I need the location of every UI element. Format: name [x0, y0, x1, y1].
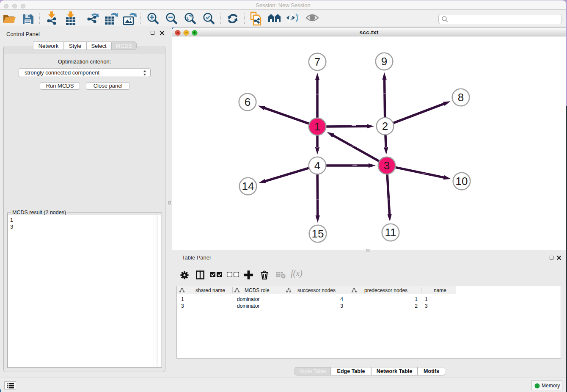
- svg-text:4: 4: [314, 159, 320, 172]
- svg-text:2: 2: [382, 120, 388, 133]
- svg-text:6: 6: [245, 96, 250, 108]
- svg-text:15: 15: [312, 227, 324, 240]
- svg-text:1: 1: [314, 120, 320, 133]
- svg-text:8: 8: [458, 91, 464, 104]
- svg-text:11: 11: [385, 226, 396, 239]
- svg-text:7: 7: [314, 55, 320, 68]
- svg-text:3: 3: [384, 159, 390, 172]
- svg-text:9: 9: [381, 55, 387, 68]
- svg-text:14: 14: [242, 180, 254, 193]
- svg-text:10: 10: [456, 175, 468, 188]
